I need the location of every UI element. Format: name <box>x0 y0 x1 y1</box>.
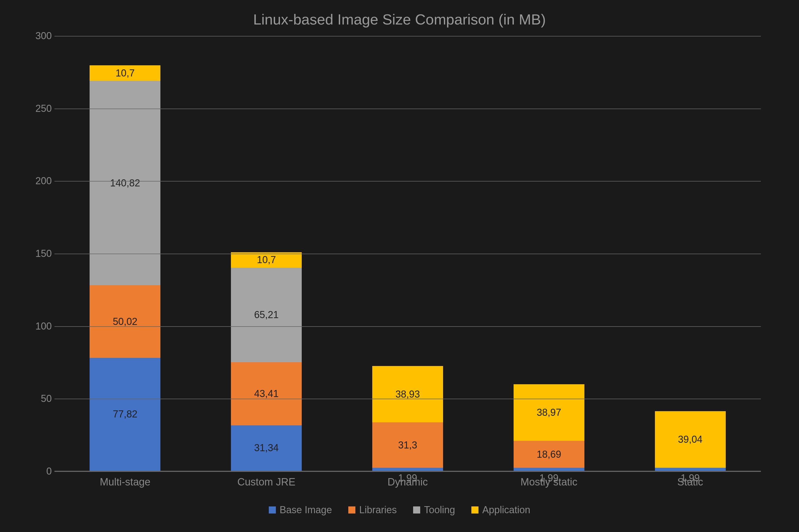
gridline <box>54 181 761 182</box>
bar-segment-application: 39,04 <box>655 411 726 468</box>
gridline <box>54 326 761 327</box>
bar-group: 1,9931,338,93 <box>344 36 471 471</box>
bar-value-label: 10,7 <box>257 254 276 266</box>
bar-value-label: 38,97 <box>537 407 561 418</box>
bar-group: 77,8250,02140,8210,7 <box>61 36 189 471</box>
x-tick-label: Dynamic <box>344 476 471 488</box>
bar-column: 77,8250,02140,8210,7 <box>90 65 160 471</box>
x-tick-label: Multi-stage <box>61 476 189 488</box>
legend-swatch <box>471 507 478 513</box>
legend-item: Libraries <box>348 504 397 516</box>
bar-value-label: 10,7 <box>115 68 134 79</box>
gridline <box>54 471 761 472</box>
bar-value-label: 31,34 <box>254 442 278 454</box>
bar-segment-application: 10,7 <box>90 65 160 81</box>
bar-segment-libraries: 31,3 <box>372 422 443 468</box>
bar-segment-libraries: 18,69 <box>514 441 584 468</box>
bar-segment-base-image: 1,99 <box>655 468 726 471</box>
legend-swatch <box>348 507 356 513</box>
bar-group: 1,9918,6938,97 <box>485 36 613 471</box>
bar-value-label: 140,82 <box>110 177 140 189</box>
y-tick-label: 200 <box>30 175 52 187</box>
bar-value-label: 18,69 <box>537 449 561 460</box>
bar-group: 31,3443,4165,2110,7 <box>203 36 330 471</box>
bar-segment-tooling: 65,21 <box>231 268 302 362</box>
legend-swatch <box>413 507 420 513</box>
gridline <box>54 109 761 109</box>
plot-region: 77,8250,02140,8210,731,3443,4165,2110,71… <box>54 36 761 471</box>
y-tick-label: 250 <box>30 103 52 114</box>
bar-value-label: 65,21 <box>254 309 278 321</box>
chart-title: Linux-based Image Size Comparison (in MB… <box>33 11 766 28</box>
bar-value-label: 43,41 <box>254 388 278 399</box>
bar-value-label: 39,04 <box>678 434 703 445</box>
y-tick-label: 150 <box>30 248 52 259</box>
bar-segment-libraries: 43,41 <box>231 362 302 425</box>
bar-segment-base-image: 1,99 <box>514 468 584 471</box>
bar-segment-application: 38,93 <box>372 366 443 423</box>
bar-value-label: 38,93 <box>395 388 420 400</box>
legend-label: Application <box>482 504 530 516</box>
y-tick-label: 100 <box>30 321 52 332</box>
bar-segment-application: 10,7 <box>231 252 302 268</box>
bar-segment-tooling: 140,82 <box>90 81 160 285</box>
gridline <box>54 254 761 254</box>
bar-group: 1,9939,04 <box>627 36 754 471</box>
legend-item: Application <box>471 504 530 516</box>
gridline <box>54 399 761 399</box>
bar-column: 1,9918,6938,97 <box>514 384 584 471</box>
legend-label: Libraries <box>359 504 397 516</box>
legend-swatch <box>269 507 276 513</box>
bar-column: 1,9939,04 <box>655 411 726 471</box>
x-tick-label: Static <box>627 476 754 488</box>
x-tick-label: Mostly static <box>485 476 613 488</box>
gridline <box>54 36 761 36</box>
x-axis-labels: Multi-stageCustom JREDynamicMostly stati… <box>54 476 761 488</box>
y-tick-label: 300 <box>30 30 52 42</box>
bar-segment-libraries: 50,02 <box>90 285 160 358</box>
bar-value-label: 77,82 <box>113 408 137 420</box>
bar-segment-base-image: 31,34 <box>231 425 302 471</box>
legend-label: Base Image <box>280 504 332 516</box>
legend-label: Tooling <box>424 504 455 516</box>
x-tick-label: Custom JRE <box>203 476 330 488</box>
bars-row: 77,8250,02140,8210,731,3443,4165,2110,71… <box>54 36 761 471</box>
y-tick-label: 0 <box>30 466 52 477</box>
bar-segment-base-image: 77,82 <box>90 358 160 471</box>
bar-column: 1,9931,338,93 <box>372 366 443 471</box>
legend: Base ImageLibrariesToolingApplication <box>33 504 766 516</box>
y-tick-label: 50 <box>30 393 52 404</box>
bar-value-label: 50,02 <box>113 316 137 327</box>
legend-item: Tooling <box>413 504 455 516</box>
bar-segment-base-image: 1,99 <box>372 468 443 471</box>
chart-container: Linux-based Image Size Comparison (in MB… <box>0 0 799 532</box>
bar-value-label: 31,3 <box>398 439 417 451</box>
bar-column: 31,3443,4165,2110,7 <box>231 252 302 471</box>
legend-item: Base Image <box>269 504 332 516</box>
bar-segment-application: 38,97 <box>514 384 584 441</box>
